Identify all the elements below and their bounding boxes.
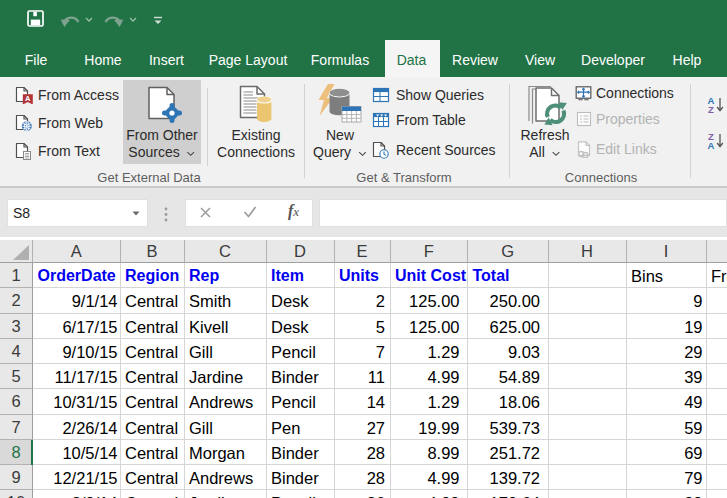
svg-text:A: A xyxy=(25,94,31,103)
svg-text:Z: Z xyxy=(708,104,714,115)
svg-text:A: A xyxy=(708,140,715,151)
